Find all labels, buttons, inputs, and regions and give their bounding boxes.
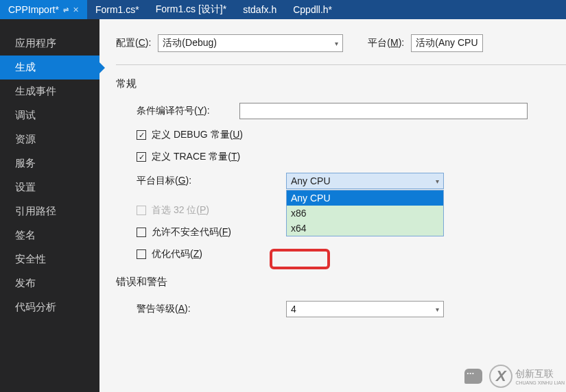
watermark-brand: 创新互联 [515,368,565,380]
prefer-32bit-label: 首选 32 位(P) [152,204,209,217]
allow-unsafe-checkbox[interactable] [137,228,146,237]
allow-unsafe-label: 允许不安全代码(F) [152,226,231,238]
build-panel: 配置(C): 活动(Debug) ▾ 平台(M): 活动(Any CPU 常规 … [99,19,566,392]
warning-level-label: 警告等级(A): [137,303,239,315]
wechat-icon [464,369,482,384]
tab-label: Form1.cs* [95,4,139,15]
configuration-value: 活动(Debug) [163,37,217,49]
platform-label: 平台(M): [368,37,404,49]
document-tabs: CPPImport* ⇌ ✕ Form1.cs* Form1.cs [设计]* … [0,0,566,19]
tab-label: Cppdll.h* [293,4,332,15]
conditional-symbols-label: 条件编译符号(Y): [137,105,233,117]
tab-cppdll[interactable]: Cppdll.h* [285,0,340,19]
sidebar-item-resources[interactable]: 资源 [0,127,99,151]
sidebar-item-services[interactable]: 服务 [0,151,99,175]
warning-level-value: 4 [291,304,296,315]
sidebar-item-build-events[interactable]: 生成事件 [0,79,99,103]
platform-value: 活动(Any CPU [416,37,477,49]
platform-target-label: 平台目标(G): [137,175,239,187]
watermark-sub: CHUANG XINHU LIAN [515,380,565,385]
configuration-select[interactable]: 活动(Debug) ▾ [158,34,343,52]
chevron-down-icon: ▾ [436,177,439,185]
sidebar-item-security[interactable]: 安全性 [0,247,99,271]
sidebar-item-debug[interactable]: 调试 [0,103,99,127]
sidebar-item-settings[interactable]: 设置 [0,175,99,199]
sidebar-item-signing[interactable]: 签名 [0,223,99,247]
platform-target-value: Any CPU [291,175,331,186]
properties-sidebar: 应用程序 生成 生成事件 调试 资源 服务 设置 引用路径 签名 安全性 发布 … [0,19,99,392]
platform-target-select[interactable]: Any CPU ▾ [286,173,444,189]
optimize-code-label: 优化代码(Z) [152,248,202,260]
tab-label: stdafx.h [243,4,276,15]
chevron-down-icon: ▾ [436,306,439,313]
sidebar-item-build[interactable]: 生成 [0,56,99,79]
conditional-symbols-input[interactable] [239,103,528,119]
platform-target-dropdown: Any CPU x86 x64 [286,190,444,236]
platform-select[interactable]: 活动(Any CPU [411,34,482,52]
tab-label: Form1.cs [设计]* [156,3,226,16]
tab-stdafx[interactable]: stdafx.h [235,0,285,19]
warning-level-select[interactable]: 4 ▾ [286,301,444,317]
tab-form1-designer[interactable]: Form1.cs [设计]* [148,0,235,19]
section-general: 常规 [116,77,566,90]
tab-cppimport[interactable]: CPPImport* ⇌ ✕ [0,0,87,19]
prefer-32bit-checkbox [137,206,146,215]
watermark-logo-icon: X [489,365,512,388]
tab-form1-cs[interactable]: Form1.cs* [87,0,148,19]
optimize-code-checkbox[interactable] [137,249,146,259]
sidebar-item-publish[interactable]: 发布 [0,271,99,295]
close-icon[interactable]: ✕ [73,5,79,14]
dropdown-option-x64[interactable]: x64 [287,221,443,236]
define-trace-label: 定义 TRACE 常量(T) [152,151,240,163]
section-errors-warnings: 错误和警告 [116,275,566,289]
define-trace-checkbox[interactable] [137,152,146,162]
sidebar-item-reference-paths[interactable]: 引用路径 [0,199,99,223]
define-debug-checkbox[interactable] [137,130,146,140]
configuration-label: 配置(C): [116,37,151,49]
define-debug-label: 定义 DEBUG 常量(U) [152,129,243,141]
chevron-down-icon: ▾ [335,40,338,47]
sidebar-item-application[interactable]: 应用程序 [0,32,99,56]
watermark: 纷 X 创新互联 CHUANG XINHU LIAN [464,365,565,388]
pin-icon[interactable]: ⇌ [63,6,69,14]
dropdown-option-x86[interactable]: x86 [287,206,443,221]
sidebar-item-code-analysis[interactable]: 代码分析 [0,295,99,319]
dropdown-option-anycpu[interactable]: Any CPU [287,191,443,206]
tab-label: CPPImport* [8,4,59,15]
divider [116,64,566,65]
